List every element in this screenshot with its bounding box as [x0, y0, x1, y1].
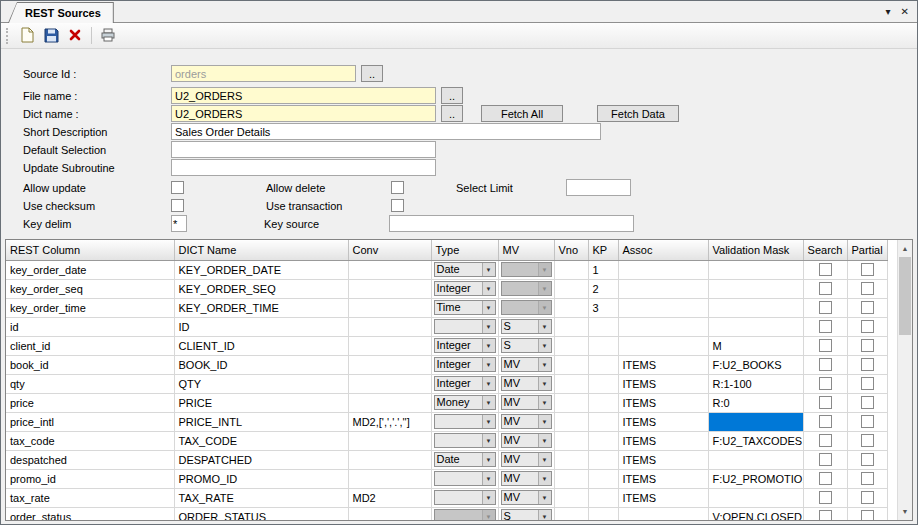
cell-vno[interactable]	[554, 317, 588, 336]
mv-combo[interactable]: ▼	[501, 262, 552, 277]
cell-kp[interactable]	[588, 450, 618, 469]
cell-vno[interactable]	[554, 469, 588, 488]
chevron-down-icon[interactable]: ▼	[482, 320, 495, 333]
partial-checkbox[interactable]	[861, 415, 874, 428]
cell-dict-name[interactable]: KEY_ORDER_SEQ	[174, 279, 348, 298]
mv-combo[interactable]: MV ▼	[501, 376, 552, 391]
chevron-down-icon[interactable]: ▼	[538, 396, 551, 409]
partial-checkbox[interactable]	[861, 339, 874, 352]
delete-button[interactable]	[64, 25, 86, 47]
chevron-down-icon[interactable]: ▼	[482, 510, 495, 521]
type-combo[interactable]: Time ▼	[434, 300, 496, 315]
partial-checkbox[interactable]	[861, 263, 874, 276]
file-name-input[interactable]	[171, 87, 436, 104]
cell-vno[interactable]	[554, 393, 588, 412]
cell-vno[interactable]	[554, 279, 588, 298]
column-header-conv[interactable]: Conv	[348, 240, 431, 260]
chevron-down-icon[interactable]: ▼	[482, 339, 495, 352]
cell-validation-mask[interactable]	[708, 450, 803, 469]
cell-kp[interactable]	[588, 469, 618, 488]
partial-checkbox[interactable]	[861, 396, 874, 409]
type-combo[interactable]: Integer ▼	[434, 338, 496, 353]
type-combo[interactable]: ▼	[434, 433, 496, 448]
chevron-down-icon[interactable]: ▼	[538, 282, 551, 295]
type-combo[interactable]: Integer ▼	[434, 281, 496, 296]
search-checkbox[interactable]	[819, 396, 832, 409]
mv-combo[interactable]: ▼	[501, 281, 552, 296]
cell-conv[interactable]: MD2	[348, 488, 431, 507]
cell-dict-name[interactable]: PRICE_INTL	[174, 412, 348, 431]
column-header-dict-name[interactable]: DICT Name	[174, 240, 348, 260]
cell-validation-mask[interactable]	[708, 298, 803, 317]
partial-checkbox[interactable]	[861, 301, 874, 314]
key-source-input[interactable]	[389, 215, 634, 232]
use-checksum-checkbox[interactable]	[171, 199, 184, 212]
cell-dict-name[interactable]: KEY_ORDER_DATE	[174, 260, 348, 279]
type-combo[interactable]: ▼	[434, 414, 496, 429]
new-document-button[interactable]	[16, 25, 38, 47]
search-checkbox[interactable]	[819, 491, 832, 504]
search-checkbox[interactable]	[819, 415, 832, 428]
chevron-down-icon[interactable]: ▼	[538, 491, 551, 504]
mv-combo[interactable]: MV ▼	[501, 471, 552, 486]
chevron-down-icon[interactable]: ▼	[538, 301, 551, 314]
cell-rest-column[interactable]: despatched	[6, 450, 174, 469]
chevron-down-icon[interactable]: ▼	[538, 453, 551, 466]
cell-validation-mask[interactable]	[708, 317, 803, 336]
cell-assoc[interactable]	[618, 336, 708, 355]
source-id-input[interactable]	[171, 65, 356, 82]
type-combo[interactable]: ▼	[434, 509, 496, 521]
cell-dict-name[interactable]: TAX_CODE	[174, 431, 348, 450]
search-checkbox[interactable]	[819, 377, 832, 390]
search-checkbox[interactable]	[819, 472, 832, 485]
close-icon[interactable]: ✕	[901, 6, 909, 17]
cell-dict-name[interactable]: PRICE	[174, 393, 348, 412]
cell-conv[interactable]	[348, 260, 431, 279]
cell-validation-mask[interactable]: M	[708, 336, 803, 355]
column-header-type[interactable]: Type	[431, 240, 498, 260]
print-button[interactable]	[97, 25, 119, 47]
cell-assoc[interactable]: ITEMS	[618, 431, 708, 450]
chevron-down-icon[interactable]: ▼	[538, 339, 551, 352]
mv-combo[interactable]: MV ▼	[501, 357, 552, 372]
chevron-down-icon[interactable]: ▾	[886, 6, 891, 17]
cell-rest-column[interactable]: id	[6, 317, 174, 336]
update-subroutine-input[interactable]	[171, 159, 436, 176]
cell-dict-name[interactable]: DESPATCHED	[174, 450, 348, 469]
scroll-up-button[interactable]: ▲	[898, 241, 912, 256]
chevron-down-icon[interactable]: ▼	[482, 358, 495, 371]
mv-combo[interactable]: MV ▼	[501, 414, 552, 429]
key-delim-input[interactable]	[171, 215, 187, 232]
cell-kp[interactable]	[588, 431, 618, 450]
cell-assoc[interactable]	[618, 260, 708, 279]
cell-validation-mask[interactable]	[708, 412, 803, 431]
cell-assoc[interactable]: ITEMS	[618, 469, 708, 488]
column-header-rest-column[interactable]: REST Column	[6, 240, 174, 260]
dict-name-input[interactable]	[171, 105, 436, 122]
cell-rest-column[interactable]: price_intl	[6, 412, 174, 431]
chevron-down-icon[interactable]: ▼	[482, 415, 495, 428]
type-combo[interactable]: Money ▼	[434, 395, 496, 410]
cell-dict-name[interactable]: ID	[174, 317, 348, 336]
cell-vno[interactable]	[554, 507, 588, 521]
cell-kp[interactable]: 1	[588, 260, 618, 279]
column-header-validation-mask[interactable]: Validation Mask	[708, 240, 803, 260]
chevron-down-icon[interactable]: ▼	[482, 282, 495, 295]
chevron-down-icon[interactable]: ▼	[538, 510, 551, 521]
cell-conv[interactable]	[348, 374, 431, 393]
chevron-down-icon[interactable]: ▼	[482, 263, 495, 276]
cell-rest-column[interactable]: order_status	[6, 507, 174, 521]
cell-conv[interactable]	[348, 469, 431, 488]
cell-dict-name[interactable]: KEY_ORDER_TIME	[174, 298, 348, 317]
cell-kp[interactable]	[588, 336, 618, 355]
partial-checkbox[interactable]	[861, 377, 874, 390]
cell-rest-column[interactable]: client_id	[6, 336, 174, 355]
cell-rest-column[interactable]: book_id	[6, 355, 174, 374]
partial-checkbox[interactable]	[861, 491, 874, 504]
cell-validation-mask[interactable]: V:OPEN,CLOSED	[708, 507, 803, 521]
cell-assoc[interactable]: ITEMS	[618, 450, 708, 469]
cell-vno[interactable]	[554, 260, 588, 279]
column-header-search[interactable]: Search	[803, 240, 847, 260]
fetch-data-button[interactable]: Fetch Data	[597, 105, 679, 122]
cell-validation-mask[interactable]: F:U2_TAXCODES	[708, 431, 803, 450]
